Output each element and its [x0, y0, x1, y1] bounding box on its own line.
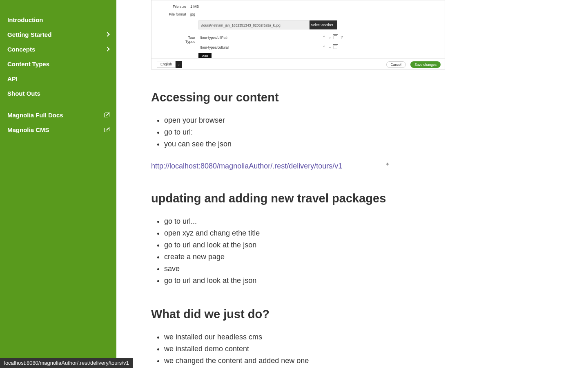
- tour-types-label: Tour Types: [179, 36, 195, 44]
- list-item: we installed demo content: [164, 343, 553, 355]
- list-item: save: [164, 263, 553, 274]
- chevron-down-icon: ⌄: [176, 61, 182, 68]
- editor-screenshot: File size 1 MB File format jpg /tours/vi…: [151, 0, 445, 70]
- sidebar-item-label: Magnolia Full Docs: [7, 112, 63, 119]
- list-item: create a new page: [164, 251, 553, 263]
- external-link-icon: [104, 127, 109, 132]
- list-accessing: open your browser go to url: you can see…: [164, 115, 553, 150]
- image-path-input[interactable]: /tours/vietnam_jan_1632351343_82062f3a9a…: [198, 20, 310, 29]
- tour-type-value-2: /tour-types/cultural: [200, 45, 229, 49]
- browser-status-bar: localhost:8080/magnoliaAuthor/.rest/deli…: [0, 358, 133, 368]
- trash-icon[interactable]: [334, 45, 337, 49]
- list-item: go to url...: [164, 216, 553, 227]
- heading-updating: updating and adding new travel packages: [151, 192, 553, 205]
- heading-accessing: Accessing our content: [151, 91, 553, 104]
- list-item: go to url:: [164, 127, 553, 138]
- sidebar-item-label: API: [7, 75, 18, 82]
- sidebar: Introduction Getting Started Concepts Co…: [0, 0, 116, 368]
- move-up-icon[interactable]: ⌃: [322, 45, 326, 49]
- list-item: open xyz and chang ethe title: [164, 228, 553, 239]
- save-changes-button[interactable]: Save changes: [410, 61, 441, 68]
- sidebar-item-getting-started[interactable]: Getting Started: [0, 27, 116, 42]
- list-updating: go to url... open xyz and chang ethe tit…: [164, 216, 553, 286]
- sidebar-item-api[interactable]: API: [0, 71, 116, 86]
- sidebar-item-content-types[interactable]: Content Types: [0, 56, 116, 71]
- tour-type-row-controls: ⌃ ⌄ ?: [322, 35, 345, 39]
- file-format-value: jpg: [190, 12, 195, 16]
- chevron-right-icon: [105, 32, 109, 36]
- list-item: go to url and look at the json: [164, 275, 553, 286]
- sidebar-item-label: Getting Started: [7, 31, 51, 38]
- delivery-endpoint-link[interactable]: http://localhost:8080/magnoliaAuthor/.re…: [151, 162, 342, 171]
- sidebar-item-label: Content Types: [7, 61, 49, 67]
- file-format-label: File format: [151, 12, 190, 16]
- sidebar-item-magnolia-full-docs[interactable]: Magnolia Full Docs: [0, 108, 116, 122]
- chevron-right-icon: [105, 47, 109, 51]
- list-item: we changed the content and added new one: [164, 355, 553, 366]
- file-size-label: File size: [151, 4, 190, 9]
- sidebar-item-label: Concepts: [7, 46, 35, 53]
- cancel-button[interactable]: Cancel: [386, 61, 406, 68]
- file-size-value: 1 MB: [190, 4, 199, 9]
- sidebar-item-label: Shout Outs: [7, 90, 40, 97]
- move-up-icon[interactable]: ⌃: [322, 35, 326, 39]
- list-item: you can see the json: [164, 139, 553, 150]
- list-item: we installed our headless cms: [164, 332, 553, 343]
- move-down-icon[interactable]: ⌄: [328, 35, 332, 39]
- external-link-icon: [104, 112, 109, 117]
- select-another-button[interactable]: Select another...: [310, 20, 337, 29]
- sidebar-divider: [0, 104, 116, 104]
- list-item: go to url and look at the json: [164, 240, 553, 251]
- sidebar-item-label: Magnolia CMS: [7, 126, 49, 133]
- sidebar-item-introduction[interactable]: Introduction: [0, 12, 116, 27]
- article-body: Accessing our content open your browser …: [151, 91, 553, 368]
- trash-icon[interactable]: [334, 35, 337, 39]
- list-item: open your browser: [164, 115, 553, 126]
- sidebar-item-shout-outs[interactable]: Shout Outs: [0, 86, 116, 101]
- tour-type-row-controls: ⌃ ⌄: [322, 45, 337, 49]
- language-value: English: [157, 61, 176, 68]
- sidebar-item-label: Introduction: [7, 16, 43, 23]
- language-select[interactable]: English ⌄: [157, 61, 182, 68]
- heading-what-did-we-do: What did we just do?: [151, 307, 553, 321]
- main-content: File size 1 MB File format jpg /tours/vi…: [116, 0, 588, 368]
- sidebar-item-concepts[interactable]: Concepts: [0, 42, 116, 56]
- list-recap: we installed our headless cms we install…: [164, 332, 553, 368]
- tour-type-value-1: /tour-types/offPath: [200, 36, 228, 40]
- help-icon[interactable]: ?: [339, 35, 345, 39]
- move-down-icon[interactable]: ⌄: [328, 45, 332, 49]
- sidebar-item-magnolia-cms[interactable]: Magnolia CMS: [0, 122, 116, 137]
